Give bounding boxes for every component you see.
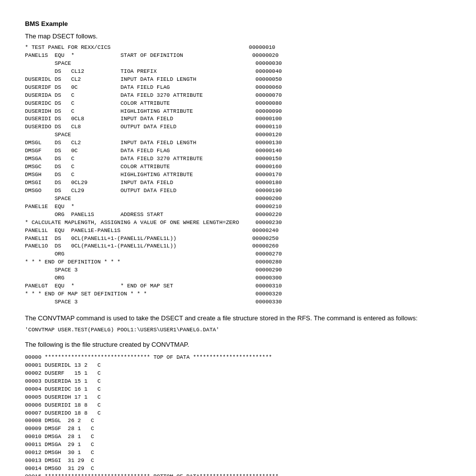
intro-text-1: The map DSECT follows. (25, 32, 451, 40)
body-text-1: The CONVTMAP command is used to take the… (25, 313, 451, 323)
section-title: BMS Example (25, 20, 451, 27)
command-text: 'CONVTMAP USER.TEST(PANELG) POOL1:\USERS… (25, 327, 451, 333)
body-text-2: The following is the file structure crea… (25, 340, 451, 350)
file-structure-code-block: 00000 ******************************** T… (25, 354, 451, 476)
dsect-code-block: * TEST PANEL FOR REXX/CICS 00000010 PANE… (25, 44, 451, 306)
